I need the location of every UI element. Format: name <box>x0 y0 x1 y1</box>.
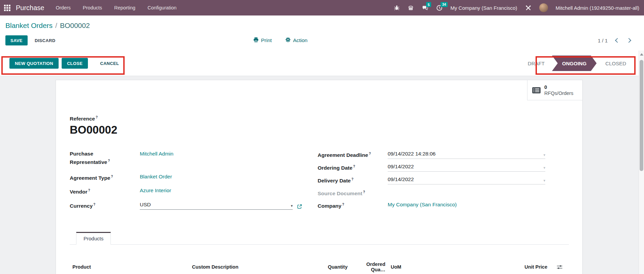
messages-icon[interactable]: 5 <box>422 5 428 11</box>
navbar-right: 5 34 My Company (San Francisco) <box>394 0 639 15</box>
field-columns: Purchase Representative? Mitchell Admin … <box>70 150 569 215</box>
voip-phone-icon[interactable] <box>408 5 414 11</box>
currency-input[interactable]: USD ▾ <box>140 201 293 210</box>
dropdown-caret-icon[interactable]: ▾ <box>543 178 545 183</box>
pager-previous-icon[interactable] <box>615 38 620 43</box>
stat-count: 0 <box>544 84 573 90</box>
cancel-button[interactable]: CANCEL <box>95 58 124 69</box>
breadcrumb: Blanket Orders / BO00002 <box>0 15 644 30</box>
breadcrumb-current: BO00002 <box>60 22 90 30</box>
company-switcher[interactable]: My Company (San Francisco) <box>450 5 517 11</box>
navbar-menu: Orders Products Reporting Configuration <box>56 5 177 10</box>
breadcrumb-separator: / <box>55 22 57 30</box>
rfqs-orders-stat-button[interactable]: 0 RFQs/Orders <box>527 80 582 100</box>
user-avatar[interactable] <box>539 3 548 12</box>
dropdown-caret-icon[interactable]: ▾ <box>291 203 293 208</box>
control-panel: SAVE DISCARD Print <box>0 30 644 50</box>
debug-bug-icon[interactable] <box>394 5 400 11</box>
agreement-type-value[interactable]: Blanket Order <box>140 174 172 179</box>
new-quotation-button[interactable]: NEW QUOTATION <box>9 58 59 69</box>
field-company: Company? My Company (San Francisco) <box>318 201 545 209</box>
menu-reporting[interactable]: Reporting <box>114 5 135 10</box>
help-icon[interactable]: ? <box>342 203 344 206</box>
help-icon[interactable]: ? <box>96 115 98 119</box>
agreement-deadline-input[interactable]: 09/14/2022 14:28:06 ▾ <box>388 150 545 159</box>
field-purchase-representative: Purchase Representative? Mitchell Admin <box>70 150 302 166</box>
field-source-document: Source Document? <box>318 189 545 197</box>
printer-icon <box>253 37 259 44</box>
vertical-scrollbar[interactable] <box>639 50 644 274</box>
print-menu[interactable]: Print <box>253 37 272 44</box>
field-agreement-deadline: Agreement Deadline? 09/14/2022 14:28:06 … <box>318 150 545 159</box>
center-actions: Print Action <box>253 30 308 50</box>
top-navbar: Purchase Orders Products Reporting Confi… <box>0 0 644 15</box>
messages-badge: 5 <box>426 2 431 7</box>
col-custom-description[interactable]: Custom Description <box>189 259 324 274</box>
print-label: Print <box>261 37 272 43</box>
app-brand[interactable]: Purchase <box>16 4 44 12</box>
left-column: Purchase Representative? Mitchell Admin … <box>70 150 302 215</box>
apps-menu-icon[interactable] <box>4 5 10 11</box>
breadcrumb-parent-link[interactable]: Blanket Orders <box>5 22 53 30</box>
field-delivery-date: Delivery Date? 09/14/2022 ▾ <box>318 176 545 184</box>
pager: 1 / 1 <box>598 30 631 50</box>
odoo-purchase-page: Purchase Orders Products Reporting Confi… <box>0 0 644 274</box>
col-unit-price[interactable]: Unit Price <box>422 259 550 274</box>
scrollbar-thumb[interactable] <box>640 60 643 171</box>
tab-products[interactable]: Products <box>76 232 111 245</box>
help-icon[interactable]: ? <box>88 189 90 192</box>
save-button[interactable]: SAVE <box>5 35 28 45</box>
reference-value[interactable]: BO00002 <box>70 123 569 137</box>
right-column: Agreement Deadline? 09/14/2022 14:28:06 … <box>318 150 545 215</box>
status-steps: DRAFT ONGOING CLOSED <box>520 56 634 71</box>
tools-icon[interactable] <box>525 5 532 11</box>
menu-configuration[interactable]: Configuration <box>148 5 176 10</box>
ordering-date-input[interactable]: 09/14/2022 ▾ <box>388 163 545 172</box>
close-button[interactable]: CLOSE <box>62 58 88 69</box>
statusbar-buttons: NEW QUOTATION CLOSE CANCEL <box>9 58 124 69</box>
external-link-icon[interactable] <box>297 204 302 210</box>
help-icon[interactable]: ? <box>93 203 95 206</box>
col-ordered-quantity[interactable]: Ordered Qua… <box>350 259 388 274</box>
col-uom[interactable]: UoM <box>388 259 422 274</box>
menu-orders[interactable]: Orders <box>56 5 71 10</box>
col-quantity[interactable]: Quantity <box>324 259 350 274</box>
help-icon[interactable]: ? <box>353 165 355 168</box>
step-closed[interactable]: CLOSED <box>597 56 634 71</box>
action-label: Action <box>293 37 308 43</box>
order-lines-table: Product Custom Description Quantity Orde… <box>70 259 569 274</box>
field-currency: Currency? USD ▾ <box>70 201 302 210</box>
col-product[interactable]: Product <box>70 259 189 274</box>
gear-icon <box>285 37 291 44</box>
list-icon <box>532 86 541 94</box>
notebook-tabs: Products <box>70 232 569 245</box>
menu-products[interactable]: Products <box>83 5 102 10</box>
navbar-left: Purchase Orders Products Reporting Confi… <box>0 4 176 12</box>
help-icon[interactable]: ? <box>111 175 113 178</box>
step-ongoing[interactable]: ONGOING <box>552 56 597 71</box>
help-icon[interactable]: ? <box>108 159 110 163</box>
step-draft[interactable]: DRAFT <box>520 56 552 71</box>
activities-clock-icon[interactable]: 34 <box>436 5 443 11</box>
form-sheet: 0 RFQs/Orders Reference? BO00002 Purchas… <box>56 80 583 274</box>
help-icon[interactable]: ? <box>351 177 353 181</box>
discard-button[interactable]: DISCARD <box>32 35 58 45</box>
field-agreement-type: Agreement Type? Blanket Order <box>70 173 302 181</box>
user-menu[interactable]: Mitchell Admin (19249250-master-all) <box>556 5 639 11</box>
delivery-date-input[interactable]: 09/14/2022 ▾ <box>388 176 545 184</box>
help-icon[interactable]: ? <box>363 190 365 194</box>
scrollbar-up-icon[interactable] <box>640 53 643 56</box>
pager-next-icon[interactable] <box>626 38 631 43</box>
dropdown-caret-icon[interactable]: ▾ <box>543 152 545 157</box>
help-icon[interactable]: ? <box>369 152 371 156</box>
field-ordering-date: Ordering Date? 09/14/2022 ▾ <box>318 163 545 172</box>
action-menu[interactable]: Action <box>285 37 308 44</box>
optional-columns-icon[interactable] <box>557 265 562 270</box>
company-value[interactable]: My Company (San Francisco) <box>388 202 457 207</box>
sheet-inner: Reference? BO00002 Purchase Representati… <box>56 80 582 274</box>
form-statusbar: NEW QUOTATION CLOSE CANCEL DRAFT ONGOING… <box>0 50 644 76</box>
purchase-representative-value[interactable]: Mitchell Admin <box>140 151 173 157</box>
field-vendor: Vendor? Azure Interior <box>70 187 302 195</box>
vendor-value[interactable]: Azure Interior <box>140 187 171 193</box>
dropdown-caret-icon[interactable]: ▾ <box>543 165 545 170</box>
